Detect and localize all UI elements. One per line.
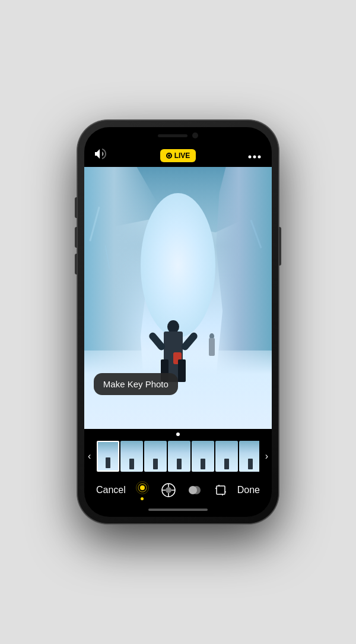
screen-content: LIVE [84, 127, 272, 517]
notch-camera [192, 132, 198, 138]
film-frame-4[interactable] [192, 441, 214, 472]
cancel-button[interactable]: Cancel [96, 485, 126, 495]
film-frame-3[interactable] [168, 441, 190, 472]
svg-point-7 [166, 487, 171, 493]
svg-point-2 [258, 156, 260, 159]
bottom-toolbar: Cancel [84, 474, 272, 505]
live-badge[interactable]: LIVE [160, 149, 196, 162]
person-far-body [209, 338, 215, 356]
film-strip-container: ‹ [84, 438, 272, 474]
live-dot [166, 153, 172, 159]
film-frame-2[interactable] [144, 441, 167, 472]
film-strip[interactable] [97, 441, 259, 472]
key-photo-tooltip[interactable]: Make Key Photo [94, 373, 178, 395]
key-photo-label: Make Key Photo [103, 379, 169, 389]
crop-icon-container[interactable] [213, 482, 228, 498]
adjust-icon [161, 482, 176, 498]
color-icon [187, 482, 202, 498]
phone-screen: LIVE [84, 127, 272, 517]
crop-icon [213, 482, 228, 498]
film-right-arrow[interactable]: › [262, 451, 272, 462]
home-bar [148, 509, 208, 511]
film-frame-1[interactable] [120, 441, 143, 472]
svg-point-13 [192, 486, 201, 494]
more-button[interactable] [248, 149, 261, 162]
person-arm-right [180, 331, 199, 352]
svg-point-0 [248, 156, 251, 159]
photo-area: Make Key Photo [84, 167, 272, 429]
film-frame-6[interactable] [239, 441, 259, 472]
position-dot [176, 433, 180, 436]
adjust-icon-container[interactable] [161, 482, 176, 498]
done-button[interactable]: Done [237, 485, 260, 495]
film-left-arrow[interactable]: ‹ [84, 451, 94, 462]
home-indicator [84, 505, 272, 517]
live-photo-icon-container[interactable] [135, 480, 150, 500]
svg-point-3 [140, 485, 145, 490]
live-photo-icon [135, 480, 150, 495]
svg-point-1 [253, 156, 256, 159]
film-frame-5[interactable] [215, 441, 238, 472]
color-icon-container[interactable] [187, 482, 202, 498]
toolbar-icon-group [135, 480, 228, 500]
person-leg-right [178, 359, 186, 382]
sound-icon[interactable] [95, 149, 108, 162]
live-label: LIVE [174, 151, 190, 160]
notch-speaker [158, 134, 187, 137]
phone-device: LIVE [77, 120, 279, 524]
live-photo-active-dot [141, 497, 144, 500]
svg-rect-14 [217, 486, 225, 494]
person-main [155, 305, 191, 382]
film-frame-0[interactable] [97, 441, 119, 472]
dot-indicator [84, 429, 272, 438]
phone-notch [139, 127, 217, 144]
person-far [206, 329, 218, 356]
